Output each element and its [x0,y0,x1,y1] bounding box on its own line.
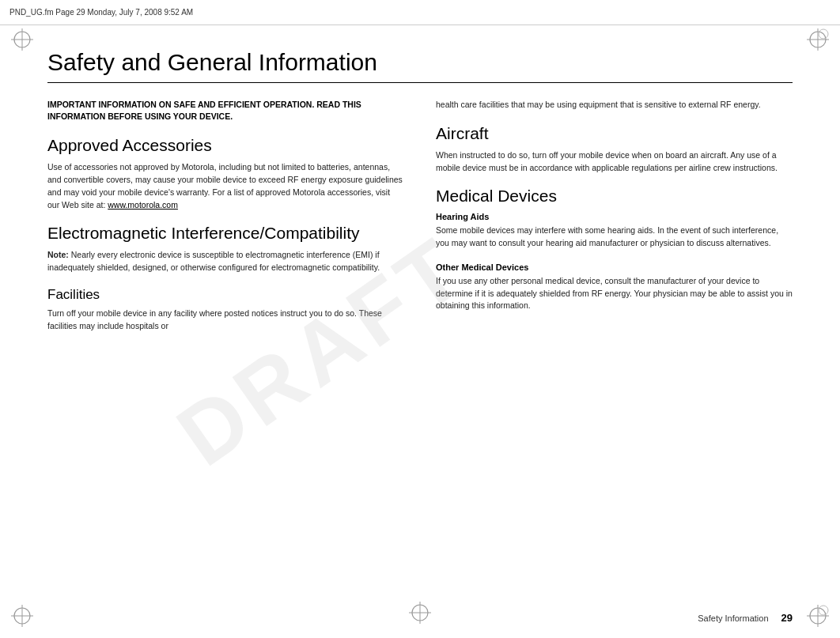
heading-medical-devices: Medical Devices [436,187,793,206]
footer-label: Safety Information [698,613,768,623]
heading-facilities: Facilities [47,287,404,303]
left-column: IMPORTANT INFORMATION ON SAFE AND EFFICI… [47,99,404,345]
heading-other-medical-devices: Other Medical Devices [436,262,793,272]
right-column: health care facilities that may be using… [436,99,793,345]
approved-accessories-body: Use of accessories not approved by Motor… [47,161,404,211]
footer-page-number: 29 [781,612,793,624]
heading-hearing-aids: Hearing Aids [436,212,793,221]
facilities-body: Turn off your mobile device in any facil… [47,308,404,333]
note-label: Note: [47,250,69,259]
motorola-link: www.motorola.com [108,200,178,210]
intro-bold-text: IMPORTANT INFORMATION ON SAFE AND EFFICI… [47,99,404,122]
two-column-layout: IMPORTANT INFORMATION ON SAFE AND EFFICI… [47,99,793,345]
heading-aircraft: Aircraft [436,124,793,143]
hearing-aids-body: Some mobile devices may interfere with s… [436,225,793,250]
right-intro-body: health care facilities that may be using… [436,99,793,111]
page-content: Safety and General Information IMPORTANT… [0,25,840,638]
heading-approved-accessories: Approved Accessories [47,136,404,155]
aircraft-body: When instructed to do so, turn off your … [436,149,793,175]
page-title: Safety and General Information [47,49,793,83]
heading-electromagnetic: Electromagnetic Interference/Compatibili… [47,224,404,243]
header-bar: PND_UG.fm Page 29 Monday, July 7, 2008 9… [0,0,840,25]
electromagnetic-note-body: Note: Nearly every electronic device is … [47,249,404,274]
other-medical-devices-body: If you use any other personal medical de… [436,275,793,312]
page-footer: Safety Information 29 [47,612,793,624]
header-text: PND_UG.fm Page 29 Monday, July 7, 2008 9… [9,8,193,17]
